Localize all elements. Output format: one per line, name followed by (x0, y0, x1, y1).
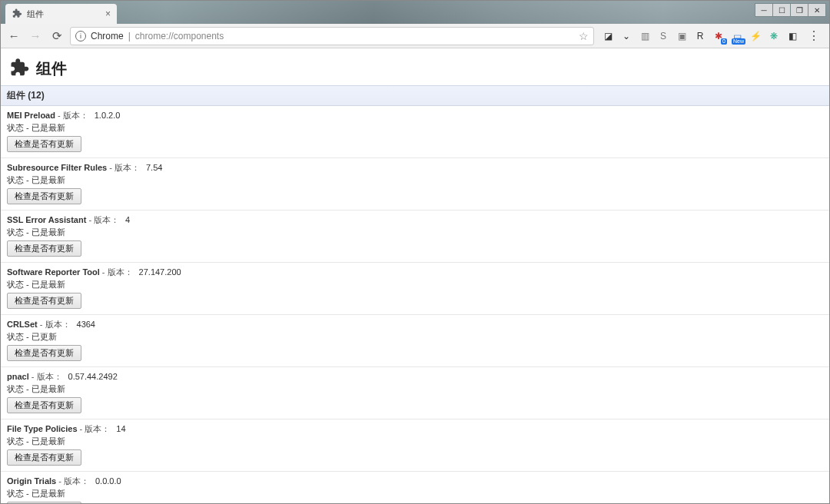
component-row: Subresource Filter Rules - 版本：7.54状态 - 已… (1, 158, 829, 211)
browser-tab[interactable]: 组件 × (5, 4, 117, 24)
check-update-button[interactable]: 检查是否有更新 (7, 502, 81, 503)
window-controls: ─ ☐ ❐ ✕ (755, 3, 826, 17)
component-name: pnacl (7, 372, 29, 381)
page-content: 组件 组件 (12) MEI Preload - 版本：1.0.2.0状态 - … (1, 48, 829, 503)
component-status: 状态 - 已是最新 (7, 279, 823, 290)
page-title: 组件 (36, 58, 67, 79)
component-version: 14 (116, 424, 125, 433)
check-update-button[interactable]: 检查是否有更新 (7, 345, 81, 361)
window-titlebar: 组件 × ─ ☐ ❐ ✕ (1, 1, 829, 24)
back-button[interactable]: ← (5, 28, 22, 45)
ext-icon-1[interactable]: ◪ (602, 30, 614, 42)
check-update-button[interactable]: 检查是否有更新 (7, 188, 81, 204)
component-version: 27.147.200 (139, 267, 181, 277)
check-update-button[interactable]: 检查是否有更新 (7, 449, 81, 466)
ext-icon-bug[interactable]: ✱ (712, 30, 725, 42)
component-name: CRLSet (7, 320, 38, 329)
components-list: MEI Preload - 版本：1.0.2.0状态 - 已是最新检查是否有更新… (1, 106, 829, 503)
version-label: 版本： (94, 215, 119, 224)
check-update-button[interactable]: 检查是否有更新 (7, 397, 81, 413)
site-info-icon[interactable]: i (75, 31, 86, 41)
component-row: pnacl - 版本：0.57.44.2492状态 - 已是最新检查是否有更新 (1, 367, 829, 419)
url-sep: | (128, 31, 131, 41)
component-row: File Type Policies - 版本：14状态 - 已是最新检查是否有… (1, 419, 829, 472)
check-update-button[interactable]: 检查是否有更新 (7, 240, 81, 257)
component-version: 4364 (77, 320, 95, 329)
version-label: 版本： (64, 476, 89, 486)
forward-button[interactable]: → (27, 28, 44, 45)
tab-title: 组件 (27, 8, 44, 20)
restore-button[interactable]: ❐ (790, 3, 808, 17)
evernote-icon[interactable]: ❋ (768, 30, 780, 42)
reload-button[interactable]: ⟳ (48, 28, 65, 45)
component-status: 状态 - 已是最新 (7, 488, 823, 499)
component-name: Subresource Filter Rules (7, 163, 107, 172)
version-label: 版本： (45, 320, 71, 329)
component-row: MEI Preload - 版本：1.0.2.0状态 - 已是最新检查是否有更新 (1, 106, 829, 158)
version-label: 版本： (108, 267, 133, 277)
url-path: chrome://components (135, 31, 224, 41)
component-name: Origin Trials (7, 476, 56, 486)
close-window-button[interactable]: ✕ (808, 3, 826, 17)
ext-icon-new[interactable]: ▭ (731, 30, 743, 42)
browser-menu-button[interactable]: ⋮ (803, 28, 825, 43)
component-status: 状态 - 已是最新 (7, 174, 823, 186)
check-update-button[interactable]: 检查是否有更新 (7, 136, 81, 152)
pocket-icon[interactable]: ⌄ (620, 30, 632, 42)
component-name: Software Reporter Tool (7, 267, 100, 277)
version-label: 版本： (85, 424, 110, 433)
component-status: 状态 - 已更新 (7, 331, 823, 343)
check-update-button[interactable]: 检查是否有更新 (7, 293, 81, 309)
component-name: SSL Error Assistant (7, 215, 86, 224)
components-section-header: 组件 (12) (1, 85, 829, 106)
component-version: 4 (125, 215, 130, 224)
browser-toolbar: ← → ⟳ i Chrome | chrome://components ☆ ◪… (1, 24, 829, 48)
url-host: Chrome (91, 31, 124, 41)
component-row: Software Reporter Tool - 版本：27.147.200状态… (1, 263, 829, 315)
version-label: 版本： (63, 111, 88, 120)
component-version: 7.54 (146, 163, 162, 172)
extension-icons: ◪⌄▥S▣R✱▭⚡❋◧ (599, 30, 798, 42)
component-version: 1.0.2.0 (95, 111, 121, 120)
component-status: 状态 - 已是最新 (7, 122, 823, 134)
component-status: 状态 - 已是最新 (7, 436, 823, 447)
address-bar[interactable]: i Chrome | chrome://components ☆ (70, 27, 594, 45)
component-version: 0.57.44.2492 (68, 372, 118, 381)
component-row: CRLSet - 版本：4364状态 - 已更新检查是否有更新 (1, 315, 829, 367)
ext-icon-bolt[interactable]: ⚡ (749, 30, 762, 42)
maximize-button[interactable]: ☐ (772, 3, 791, 17)
ext-icon-4[interactable]: S (657, 30, 669, 42)
component-name: File Type Policies (7, 424, 78, 433)
extension-icon (12, 8, 22, 19)
component-row: Origin Trials - 版本：0.0.0.0状态 - 已是最新检查是否有… (1, 472, 829, 503)
extension-icon (8, 58, 30, 79)
ext-icon-11[interactable]: ◧ (786, 30, 798, 42)
version-label: 版本： (115, 163, 140, 172)
component-row: SSL Error Assistant - 版本：4状态 - 已是最新检查是否有… (1, 211, 829, 263)
version-label: 版本： (37, 372, 62, 381)
titlebar-bg (1, 1, 829, 24)
close-tab-icon[interactable]: × (105, 8, 111, 19)
ext-icon-r[interactable]: R (694, 30, 706, 42)
ext-icon-5[interactable]: ▣ (676, 30, 688, 42)
component-status: 状态 - 已是最新 (7, 383, 823, 395)
ext-icon-3[interactable]: ▥ (639, 30, 651, 42)
bookmark-star-icon[interactable]: ☆ (579, 30, 589, 42)
page-header: 组件 (1, 48, 829, 85)
component-version: 0.0.0.0 (95, 476, 121, 486)
minimize-button[interactable]: ─ (755, 3, 773, 17)
component-status: 状态 - 已是最新 (7, 227, 823, 238)
component-name: MEI Preload (7, 111, 55, 120)
